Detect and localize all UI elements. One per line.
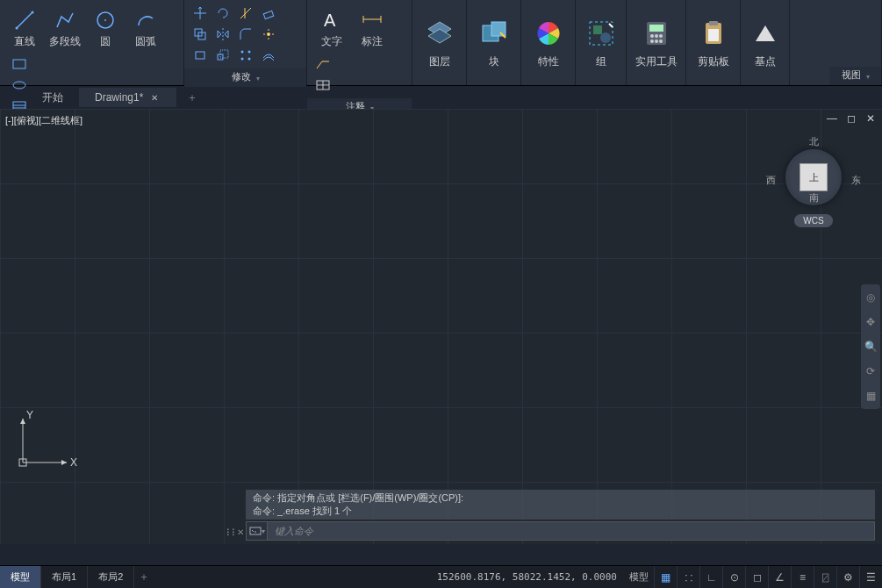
navigation-bar: ◎ ✥ 🔍 ⟳ ▦ <box>861 284 880 409</box>
viewcube-north[interactable]: 北 <box>809 135 819 148</box>
layout-tab-model[interactable]: 模型 <box>0 566 41 588</box>
rotate-tool[interactable] <box>212 4 233 23</box>
orbit-icon[interactable]: ⟳ <box>863 363 878 379</box>
pan-icon[interactable]: ✥ <box>863 314 878 330</box>
snap-toggle-icon[interactable]: ⸬ <box>677 566 699 589</box>
viewcube-west[interactable]: 西 <box>766 174 776 187</box>
utilities-icon <box>639 16 674 51</box>
offset-tool[interactable] <box>258 46 279 65</box>
layers-label: 图层 <box>429 54 450 69</box>
panel-properties[interactable]: 特性 <box>521 0 576 85</box>
nav-wheel-icon[interactable]: ◎ <box>863 290 878 305</box>
coordinates-readout[interactable]: 152600.8176, 58022.1452, 0.0000 <box>430 571 624 583</box>
array-tool[interactable] <box>235 46 256 65</box>
layout-tab-2[interactable]: 布局2 <box>88 566 134 588</box>
group-label: 组 <box>596 54 606 69</box>
circle-tool[interactable]: 圆 <box>86 4 125 53</box>
ucs-y-label: Y <box>26 409 33 421</box>
viewcube[interactable]: 北 南 西 东 上 WCS <box>770 135 857 227</box>
stretch-tool[interactable] <box>190 46 211 65</box>
svg-rect-48 <box>708 29 719 41</box>
modify-dropdown-icon[interactable] <box>255 72 260 82</box>
mirror-tool[interactable] <box>212 25 233 44</box>
arc-tool[interactable]: 圆弧 <box>126 4 165 53</box>
table-tool[interactable] <box>312 75 333 95</box>
line-icon <box>12 8 37 32</box>
svg-point-22 <box>248 51 251 54</box>
polyline-tool[interactable]: 多段线 <box>46 4 84 53</box>
document-tabbar: 开始 Drawing1* ✕ ＋ <box>0 86 882 109</box>
showmotion-icon[interactable]: ▦ <box>863 388 878 404</box>
rect-tool[interactable] <box>9 54 30 74</box>
maximize-icon[interactable]: ◻ <box>845 112 857 125</box>
osnap-toggle-icon[interactable]: ◻ <box>745 566 768 589</box>
svg-rect-39 <box>649 25 663 32</box>
otrack-toggle-icon[interactable]: ∠ <box>768 566 791 589</box>
panel-layers[interactable]: 图层 <box>412 0 467 85</box>
svg-rect-33 <box>491 22 506 36</box>
ucs-icon[interactable]: X Y <box>14 410 75 474</box>
ortho-toggle-icon[interactable]: ∟ <box>699 566 722 589</box>
cmdline-prefix-icon[interactable]: ▾ <box>247 522 268 540</box>
tab-start-label: 开始 <box>42 90 63 105</box>
command-history-line-1: 命令: 指定对角点或 [栏选(F)/圈围(WP)/圈交(CP)]: <box>253 491 868 505</box>
layers-icon <box>422 16 457 51</box>
panel-base[interactable]: 基点 <box>741 0 790 85</box>
layout-add-button[interactable]: ＋ <box>134 566 154 588</box>
drawing-canvas[interactable]: [-][俯视][二维线框] — ◻ ✕ 北 南 西 东 上 WCS ◎ ✥ 🔍 … <box>0 109 882 544</box>
anno-toggle-icon[interactable]: ⍁ <box>814 566 836 589</box>
svg-rect-47 <box>709 21 718 25</box>
layout-tab-1[interactable]: 布局1 <box>41 566 88 588</box>
command-input[interactable]: 键入命令 <box>268 525 874 538</box>
minimize-icon[interactable]: — <box>826 112 838 125</box>
viewcube-east[interactable]: 东 <box>851 174 861 187</box>
panel-modify: 修改 <box>184 0 307 85</box>
trim-tool[interactable] <box>235 4 256 23</box>
fillet-tool[interactable] <box>235 25 256 44</box>
status-model-button[interactable]: 模型 <box>624 570 654 584</box>
panel-annotate: A 文字 标注 注释 <box>307 0 412 85</box>
move-tool[interactable] <box>190 4 211 23</box>
viewcube-top-face[interactable]: 上 <box>800 163 828 191</box>
viewport-controls[interactable]: [-][俯视][二维线框] <box>5 114 82 127</box>
text-tool[interactable]: A 文字 <box>312 4 351 53</box>
cmdline-close-icon[interactable]: ✕ <box>235 521 246 542</box>
layout-tabs: 模型 布局1 布局2 ＋ <box>0 566 154 588</box>
copy-tool[interactable] <box>190 25 211 44</box>
leader-tool[interactable] <box>312 54 333 74</box>
workspace-icon[interactable]: ⚙ <box>836 566 859 589</box>
wcs-badge[interactable]: WCS <box>794 214 832 227</box>
panel-block[interactable]: 块 <box>467 0 521 85</box>
viewport-window-controls: — ◻ ✕ <box>826 112 877 125</box>
panel-group[interactable]: 组 <box>576 0 627 85</box>
tab-start[interactable]: 开始 <box>26 87 79 109</box>
clipboard-icon <box>696 16 731 51</box>
tab-add-button[interactable]: ＋ <box>183 89 201 106</box>
panel-view: 视图 <box>829 0 882 85</box>
lineweight-toggle-icon[interactable]: ≡ <box>791 566 814 589</box>
explode-tool[interactable] <box>258 25 279 44</box>
panel-utilities[interactable]: 实用工具 <box>627 0 686 85</box>
svg-point-41 <box>655 34 658 38</box>
customize-icon[interactable]: ☰ <box>859 566 882 589</box>
erase-tool[interactable] <box>258 4 279 23</box>
close-viewport-icon[interactable]: ✕ <box>864 112 877 125</box>
scale-tool[interactable] <box>212 46 233 65</box>
ucs-x-label: X <box>70 456 77 469</box>
polyline-label: 多段线 <box>49 34 81 49</box>
svg-line-0 <box>17 12 32 28</box>
zoom-icon[interactable]: 🔍 <box>863 339 878 355</box>
circle-label: 圆 <box>100 34 111 49</box>
polar-toggle-icon[interactable]: ⊙ <box>722 566 745 589</box>
line-tool[interactable]: 直线 <box>5 4 44 53</box>
viewcube-south[interactable]: 南 <box>809 191 819 204</box>
panel-clipboard[interactable]: 剪贴板 <box>686 0 741 85</box>
close-icon[interactable]: ✕ <box>148 91 161 104</box>
dim-tool[interactable]: 标注 <box>353 4 391 53</box>
view-dropdown-icon[interactable] <box>864 70 870 81</box>
grid-toggle-icon[interactable]: ▦ <box>654 566 677 589</box>
svg-point-13 <box>267 32 270 36</box>
tab-drawing1[interactable]: Drawing1* ✕ <box>79 88 176 107</box>
command-line[interactable]: ▾ 键入命令 <box>246 521 875 541</box>
svg-point-2 <box>32 11 34 13</box>
